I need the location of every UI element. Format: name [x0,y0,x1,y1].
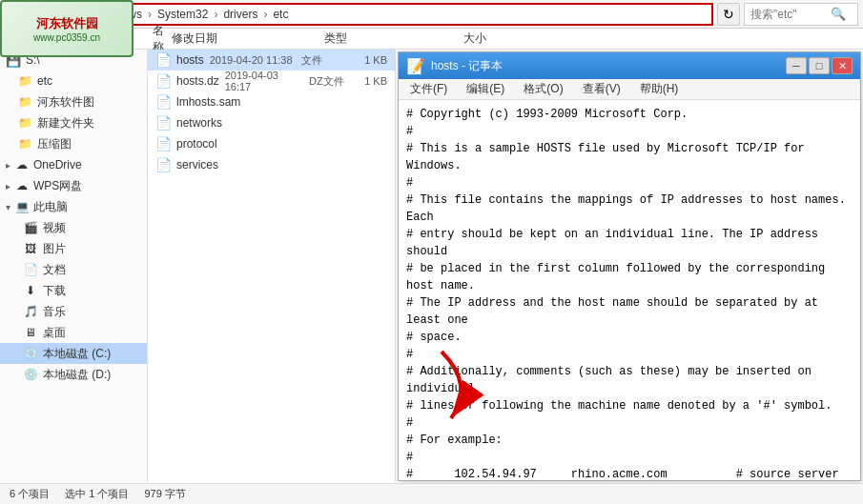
file-item-protocol[interactable]: 📄 protocol [148,133,395,154]
search-box[interactable]: 🔍 [744,3,858,26]
sidebar-item-onedrive[interactable]: ▸ ☁ OneDrive [0,154,147,175]
notepad-app-icon: 📝 [406,57,425,75]
menu-help[interactable]: 帮助(H) [636,80,683,98]
watermark-title: 河东软件园 [36,15,98,32]
file-icon-protocol: 📄 [155,136,171,151]
sidebar-label-documents: 文档 [43,262,66,278]
file-list: 📄 hosts 2019-04-20 11:38 文件 1 KB 📄 hosts… [148,50,396,483]
sidebar-item-etc[interactable]: 📁 etc [0,71,147,91]
sidebar-item-downloads[interactable]: ⬇ 下载 [0,280,147,301]
sidebar-label-wps: WPS网盘 [33,178,82,194]
sidebar-item-compress[interactable]: 📁 压缩图 [0,133,147,154]
cloud-icon-onedrive: ☁ [14,157,30,172]
file-icon-networks: 📄 [155,115,171,131]
refresh-button[interactable]: ↻ [717,3,740,26]
file-date-hosts: 2019-04-20 11:38 [210,54,297,66]
sidebar-item-music[interactable]: 🎵 音乐 [0,301,147,322]
sidebar: 💾 S:\ 📁 etc 📁 河东软件图 📁 新建文件夹 📁 压缩图 ▸ ☁ [0,50,148,483]
status-items-count: 6 个项目 [10,487,50,501]
col-date-header[interactable]: 修改日期 [172,30,324,47]
file-item-networks[interactable]: 📄 networks [148,112,395,133]
sidebar-label-onedrive: OneDrive [33,158,82,171]
file-name-networks: networks [176,116,387,130]
folder-icon-hedong: 📁 [17,94,32,110]
folder-icon-video: 🎬 [23,220,38,235]
status-file-size: 979 字节 [144,487,185,501]
sidebar-item-hedong[interactable]: 📁 河东软件图 [0,91,147,112]
expand-arrow: ▸ [6,160,10,171]
search-input[interactable] [750,8,827,21]
sidebar-label-new: 新建文件夹 [37,115,94,131]
status-selected-info: 选中 1 个项目 [65,487,129,501]
menu-edit[interactable]: 编辑(E) [462,80,508,98]
maximize-button[interactable]: □ [809,57,830,74]
file-name-lmhosts: lmhosts.sam [176,95,387,109]
sidebar-item-documents[interactable]: 📄 文档 [0,259,147,280]
file-icon-lmhosts: 📄 [155,94,171,110]
notepad-window: 📝 hosts - 记事本 ─ □ ✕ 文件(F) 编辑(E) 格式(O) 查看… [398,51,861,481]
folder-icon-docs: 📄 [23,262,38,277]
sidebar-item-video[interactable]: 🎬 视频 [0,217,147,238]
explorer-window: 本地磁盘 (C:) › Windows › System32 › drivers… [0,0,863,504]
sidebar-label-hedong: 河东软件图 [37,94,94,111]
sidebar-label-video: 视频 [43,220,66,236]
sidebar-label-thispc: 此电脑 [33,199,68,215]
file-name-protocol: protocol [176,137,387,151]
sidebar-item-thispc[interactable]: ▾ 💻 此电脑 [0,196,147,217]
drive-icon-d: 💿 [23,367,38,382]
watermark: 河东软件园 www.pc0359.cn [0,0,134,57]
file-type-hosts-dz: DZ文件 [309,74,351,89]
file-icon-services: 📄 [155,157,171,172]
sidebar-label-compress: 压缩图 [37,136,72,152]
file-item-lmhosts[interactable]: 📄 lmhosts.sam [148,91,395,112]
sep-4: › [263,8,267,21]
sidebar-item-pictures[interactable]: 🖼 图片 [0,238,147,259]
main-content: 💾 S:\ 📁 etc 📁 河东软件图 📁 新建文件夹 📁 压缩图 ▸ ☁ [0,50,863,483]
notepad-text: # Copyright (c) 1993-2009 Microsoft Corp… [406,106,853,480]
path-part-4[interactable]: drivers [223,8,257,21]
file-size-hosts: 1 KB [354,54,387,66]
sidebar-item-d-drive[interactable]: 💿 本地磁盘 (D:) [0,364,147,385]
sidebar-label-music: 音乐 [43,304,66,320]
folder-icon-etc: 📁 [17,73,32,89]
col-size-header[interactable]: 大小 [420,30,496,47]
sidebar-item-wps[interactable]: ▸ ☁ WPS网盘 [0,175,147,196]
file-item-hosts[interactable]: 📄 hosts 2019-04-20 11:38 文件 1 KB [148,50,395,71]
sep-3: › [214,8,217,21]
folder-icon-new: 📁 [17,115,32,131]
sidebar-item-c-drive[interactable]: 💿 本地磁盘 (C:) [0,343,147,364]
file-name-services: services [176,158,387,171]
file-item-services[interactable]: 📄 services [148,154,395,175]
notepad-content[interactable]: # Copyright (c) 1993-2009 Microsoft Corp… [399,100,860,480]
path-part-5[interactable]: etc [273,8,288,21]
sidebar-label-etc: etc [37,74,52,88]
menu-format[interactable]: 格式(O) [520,80,566,98]
detected-text-thes: thes [640,365,668,378]
menu-file[interactable]: 文件(F) [406,80,451,98]
close-button[interactable]: ✕ [832,57,853,74]
folder-icon-dl: ⬇ [23,283,38,298]
sidebar-label-desktop: 桌面 [43,325,66,341]
sidebar-label-c: 本地磁盘 (C:) [43,346,111,362]
folder-icon-desktop: 🖥 [23,325,38,340]
notepad-title: hosts - 记事本 [431,58,780,74]
folder-icon-music: 🎵 [23,304,38,319]
search-icon[interactable]: 🔍 [831,7,846,21]
notepad-controls: ─ □ ✕ [786,57,853,74]
menu-view[interactable]: 查看(V) [579,80,625,98]
notepad-titlebar: 📝 hosts - 记事本 ─ □ ✕ [399,52,860,79]
sidebar-label-downloads: 下载 [43,283,66,299]
folder-icon-pictures: 🖼 [23,241,38,256]
file-icon-hosts: 📄 [155,52,171,68]
file-name-hosts-dz: hosts.dz [176,74,219,88]
file-date-hosts-dz: 2019-04-03 16:17 [225,70,303,92]
sidebar-label-pictures: 图片 [43,241,66,257]
file-item-hosts-dz[interactable]: 📄 hosts.dz 2019-04-03 16:17 DZ文件 1 KB [148,71,395,91]
sidebar-item-new-folder[interactable]: 📁 新建文件夹 [0,112,147,133]
path-part-3[interactable]: System32 [157,8,208,21]
col-type-header[interactable]: 类型 [324,30,420,47]
expand-arrow-thispc: ▾ [6,202,10,212]
sidebar-item-desktop[interactable]: 🖥 桌面 [0,322,147,343]
file-size-hosts-dz: 1 KB [357,75,387,87]
minimize-button[interactable]: ─ [786,57,807,74]
